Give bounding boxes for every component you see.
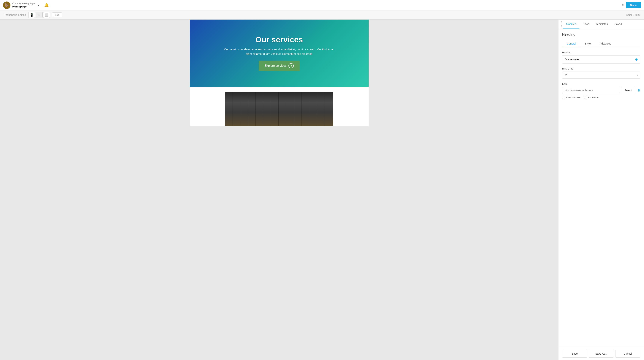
tab-rows[interactable]: Rows bbox=[579, 20, 592, 29]
arrow-right-icon: ➜ bbox=[288, 63, 294, 68]
top-bar-right: ≡ Done bbox=[622, 2, 641, 8]
chevron-down-select-icon: ▾ bbox=[636, 74, 638, 76]
new-window-label: New Window bbox=[566, 96, 580, 99]
right-panel: Modules Rows Templates Saved Heading Gen… bbox=[558, 20, 644, 360]
explore-services-button[interactable]: Explore services ➜ bbox=[259, 60, 300, 71]
office-section bbox=[190, 87, 368, 126]
exit-button[interactable]: Exit bbox=[52, 12, 62, 17]
cancel-button[interactable]: Cancel bbox=[615, 350, 640, 358]
size-label: Small 768px bbox=[626, 14, 640, 16]
heading-input[interactable] bbox=[564, 58, 635, 61]
link-field-group: Link Select ⊕ New Window No Follow bbox=[562, 82, 640, 99]
heading-input-wrapper[interactable]: ⊕ bbox=[562, 55, 640, 64]
page-canvas: Our services Our mission curabitur arcu … bbox=[190, 20, 368, 126]
link-field-label: Link bbox=[562, 82, 640, 85]
chevron-down-icon[interactable]: ▾ bbox=[38, 4, 39, 7]
heading-field-label: Heading bbox=[562, 51, 640, 54]
editing-label: Currently Editing Page bbox=[12, 2, 35, 5]
heading-field-group: Heading ⊕ bbox=[562, 51, 640, 64]
device-buttons: 📱 ▭ ⬜ bbox=[28, 12, 50, 18]
office-image bbox=[225, 92, 333, 126]
panel-heading: Heading bbox=[562, 32, 640, 36]
tab-templates[interactable]: Templates bbox=[592, 20, 611, 29]
tab-modules[interactable]: Modules bbox=[563, 20, 579, 29]
hero-section: Our services Our mission curabitur arcu … bbox=[190, 20, 368, 87]
responsive-editing-label: Responsive Editing bbox=[4, 14, 26, 16]
html-tag-field-group: HTML Tag h1 ▾ bbox=[562, 67, 640, 79]
sub-tab-general[interactable]: General bbox=[562, 40, 580, 47]
tab-saved[interactable]: Saved bbox=[611, 20, 625, 29]
tablet-device-button[interactable]: ▭ bbox=[36, 12, 42, 18]
page-info: Currently Editing Page Homepage bbox=[12, 2, 35, 8]
hero-title: Our services bbox=[223, 35, 335, 44]
logo-icon: 🦫 bbox=[3, 2, 10, 9]
checkbox-row: New Window No Follow bbox=[562, 96, 640, 99]
hero-description: Our mission curabitur arcu erat, accumsa… bbox=[223, 47, 335, 56]
link-plus-icon[interactable]: ⊕ bbox=[638, 88, 640, 92]
canvas-area: Our services Our mission curabitur arcu … bbox=[0, 20, 558, 360]
page-name: Homepage bbox=[12, 5, 35, 8]
no-follow-checkbox-input[interactable] bbox=[584, 96, 587, 99]
sub-tab-style[interactable]: Style bbox=[580, 40, 595, 47]
save-as-button[interactable]: Save As... bbox=[589, 350, 614, 358]
no-follow-checkbox[interactable]: No Follow bbox=[584, 96, 599, 99]
new-window-checkbox[interactable]: New Window bbox=[562, 96, 580, 99]
panel-tabs: Modules Rows Templates Saved bbox=[558, 20, 644, 29]
link-row: Select ⊕ bbox=[562, 87, 640, 94]
plus-icon[interactable]: ⊕ bbox=[635, 58, 638, 62]
desktop-device-button[interactable]: ⬜ bbox=[43, 12, 50, 18]
panel-footer: Save Save As... Cancel bbox=[558, 347, 644, 360]
panel-content: Heading General Style Advanced Heading ⊕… bbox=[558, 29, 644, 347]
main-layout: Our services Our mission curabitur arcu … bbox=[0, 20, 644, 360]
html-tag-select[interactable]: h1 ▾ bbox=[562, 72, 640, 79]
logo-area: 🦫 Currently Editing Page Homepage ▾ 🔔 bbox=[3, 2, 622, 9]
link-input[interactable] bbox=[564, 89, 617, 92]
save-button[interactable]: Save bbox=[562, 350, 587, 358]
html-tag-label: HTML Tag bbox=[562, 67, 640, 70]
responsive-bar: Responsive Editing 📱 ▭ ⬜ Exit Small 768p… bbox=[0, 10, 644, 20]
no-follow-label: No Follow bbox=[588, 96, 599, 99]
sub-tab-advanced[interactable]: Advanced bbox=[595, 40, 616, 47]
top-bar: 🦫 Currently Editing Page Homepage ▾ 🔔 ≡ … bbox=[0, 0, 644, 10]
hero-content: Our services Our mission curabitur arcu … bbox=[220, 32, 339, 75]
bell-icon[interactable]: 🔔 bbox=[44, 3, 49, 8]
select-button[interactable]: Select bbox=[621, 87, 635, 94]
office-image-lines bbox=[225, 92, 333, 126]
sub-tabs: General Style Advanced bbox=[562, 40, 640, 47]
mobile-device-button[interactable]: 📱 bbox=[28, 12, 35, 18]
html-tag-value: h1 bbox=[564, 74, 568, 76]
list-icon[interactable]: ≡ bbox=[622, 3, 624, 7]
done-button[interactable]: Done bbox=[626, 2, 641, 8]
explore-button-label: Explore services bbox=[264, 64, 286, 68]
new-window-checkbox-input[interactable] bbox=[562, 96, 565, 99]
link-input-wrapper[interactable] bbox=[562, 87, 620, 94]
